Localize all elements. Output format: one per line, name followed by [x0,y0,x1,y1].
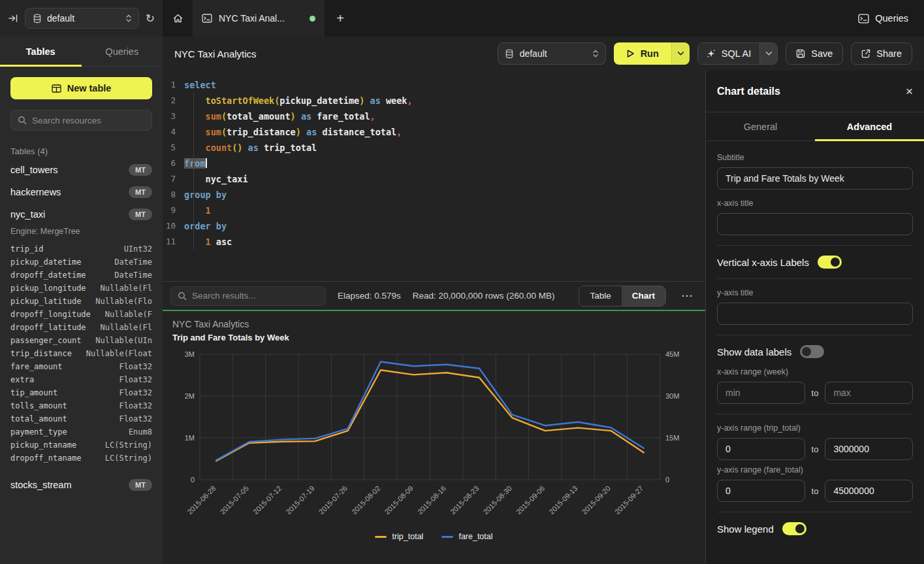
column-row[interactable]: payment_typeEnum8 [10,425,152,439]
code-line[interactable]: 10order by [163,218,705,234]
divider [717,512,913,512]
code-line[interactable]: 6from [163,156,705,171]
y-range-trip-min-input[interactable] [717,438,805,460]
svg-text:2015-09-13: 2015-09-13 [547,484,579,516]
show-legend-row: Show legend [717,522,913,535]
code-line[interactable]: 3 sum(total_amount) as fare_total, [163,108,705,124]
code-text: sum(total_amount) as fare_total, [184,108,375,124]
share-button[interactable]: Share [851,42,912,65]
table-row-hackernews[interactable]: hackernews MT [0,181,163,203]
column-row[interactable]: dropoff_datetimeDateTime [10,269,152,282]
code-text: group by [184,187,227,203]
view-chart-button[interactable]: Chart [622,286,665,306]
run-options-button[interactable] [671,42,690,65]
top-bar: default ↻ NYC Taxi Anal... + Queries [0,0,924,37]
column-row[interactable]: pickup_ntanameLC(String) [10,439,152,452]
column-type: Nullable(UIn [95,336,152,345]
code-line[interactable]: 5 count() as trip_total [163,140,705,156]
collapse-sidebar-icon[interactable] [8,13,18,24]
column-name: dropoff_ntaname [10,454,81,463]
column-row[interactable]: dropoff_ntanameLC(String) [10,452,152,465]
legend-item-trip_total[interactable]: trip_total [375,532,423,541]
share-icon [861,49,870,58]
more-options-icon[interactable]: ··· [678,290,697,301]
refresh-icon[interactable]: ↻ [146,12,155,25]
x-axis-title-input[interactable] [717,213,913,235]
new-tab-button[interactable]: + [325,0,356,37]
code-line[interactable]: 4 sum(trip_distance) as distance_total, [163,124,705,140]
to-label: to [812,486,819,496]
sidebar-search-input[interactable] [32,116,145,125]
column-row[interactable]: extraFloat32 [10,373,152,386]
toggle-knob [831,257,840,267]
panel-tab-advanced[interactable]: Advanced [815,112,924,141]
topbar-right-section[interactable]: Queries [858,0,924,37]
panel-tab-general[interactable]: General [706,112,815,141]
chevron-up-down-icon [125,14,132,23]
code-line[interactable]: 7 nyc_taxi [163,171,705,187]
y-axis-title-input[interactable] [717,303,913,325]
column-row[interactable]: total_amountFloat32 [10,412,152,425]
close-icon[interactable]: × [906,85,913,97]
column-row[interactable]: pickup_longitudeNullable(Fl [10,282,152,295]
show-data-labels-toggle[interactable] [800,345,824,358]
sidebar-tab-queries[interactable]: Queries [82,37,163,66]
column-row[interactable]: dropoff_longitudeNullable(F [10,308,152,321]
legend-item-fare_total[interactable]: fare_total [441,532,492,541]
column-name: dropoff_longitude [10,310,91,319]
view-table-button[interactable]: Table [579,286,621,306]
table-row-stocks-stream[interactable]: stocks_stream MT [0,474,163,496]
x-range-min-input[interactable] [717,382,805,404]
column-row[interactable]: fare_amountFloat32 [10,360,152,373]
code-line[interactable]: 1select [163,77,705,93]
results-search-input[interactable] [192,291,319,301]
queries-label: Queries [875,13,908,24]
table-row-cell-towers[interactable]: cell_towers MT [0,159,163,181]
column-name: pickup_longitude [10,284,86,293]
subtitle-input[interactable] [717,167,913,190]
elapsed-time: Elapsed: 0.579s [338,291,401,301]
column-name: tip_amount [10,388,57,397]
x-range-row: to [717,382,913,404]
column-name: trip_id [10,244,44,254]
table-row-nyc-taxi[interactable]: nyc_taxi MT [0,203,163,225]
rows-read: Read: 20,000,000 rows (260.00 MB) [413,291,555,301]
x-range-max-input[interactable] [825,382,913,404]
sql-ai-button[interactable]: SQL AI [698,43,759,64]
toolbar-database-selector[interactable]: default [498,42,606,65]
sql-editor[interactable]: 1select2 toStartOfWeek(pickup_datetime) … [163,71,705,281]
run-button[interactable]: Run [614,42,671,65]
new-table-button[interactable]: New table [10,77,152,99]
y-range-fare-max-input[interactable] [825,480,913,502]
tab-nyc-taxi-analytics[interactable]: NYC Taxi Anal... [193,0,325,37]
results-search[interactable] [170,286,326,306]
column-row[interactable]: trip_idUInt32 [10,242,152,256]
code-line[interactable]: 9 1 [163,203,705,218]
vertical-x-labels-toggle[interactable] [818,256,842,269]
column-row[interactable]: dropoff_latitudeNullable(Fl [10,321,152,334]
query-toolbar: NYC Taxi Analytics default [163,37,924,71]
show-legend-toggle[interactable] [782,522,806,535]
y-range-fare-min-input[interactable] [717,480,805,502]
home-button[interactable] [163,0,193,37]
sidebar-tab-tables[interactable]: Tables [0,37,82,66]
column-row[interactable]: passenger_countNullable(UIn [10,334,152,347]
column-name: dropoff_datetime [10,271,86,280]
column-row[interactable]: tip_amountFloat32 [10,386,152,399]
svg-text:2015-08-02: 2015-08-02 [350,484,381,516]
code-line[interactable]: 8group by [163,187,705,203]
column-row[interactable]: tolls_amountFloat32 [10,399,152,412]
column-row[interactable]: pickup_datetimeDateTime [10,256,152,269]
code-line[interactable]: 2 toStartOfWeek(pickup_datetime) as week… [163,93,705,108]
code-line[interactable]: 11 1 asc [163,234,705,250]
chart-pane: NYC Taxi Analytics Trip and Fare Totals … [163,311,705,564]
column-row[interactable]: pickup_latitudeNullable(Flo [10,295,152,308]
column-row[interactable]: trip_distanceNullable(Float [10,347,152,360]
y-range-trip-max-input[interactable] [825,438,913,460]
save-button[interactable]: Save [786,42,843,65]
run-button-group: Run [614,42,690,65]
sql-ai-options-button[interactable] [759,43,777,64]
y-range-trip-row: to [717,438,913,460]
sidebar-search[interactable] [10,110,152,131]
database-selector[interactable]: default [25,8,139,29]
